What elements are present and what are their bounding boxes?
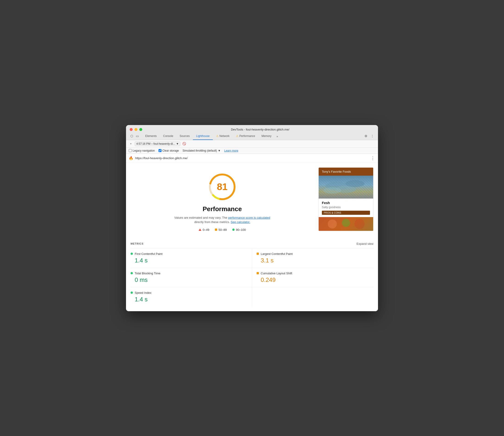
lcp-value: 3.1 s: [257, 257, 373, 264]
tab-overflow[interactable]: »: [275, 134, 280, 140]
url-menu-icon[interactable]: ⋮: [371, 156, 375, 161]
metric-si: Speed Index 1.4 s: [131, 287, 252, 307]
devtools-window: DevTools - foul-heavenly-direction.glitc…: [126, 125, 378, 311]
throttle-arrow: ▼: [218, 149, 221, 152]
tbt-value: 0 ms: [131, 276, 247, 283]
titlebar-top: DevTools - foul-heavenly-direction.glitc…: [130, 128, 374, 131]
legend-50-89: 50–89: [215, 228, 227, 232]
legend-0-49: 0–49: [199, 228, 209, 232]
tab-performance[interactable]: ⚠ Performance: [233, 133, 258, 140]
tab-network[interactable]: ⚠ Network: [213, 133, 233, 140]
throttle-dropdown[interactable]: Simulated throttling (default) ▼: [183, 149, 221, 152]
metrics-header: METRICS Expand view: [131, 238, 373, 248]
metrics-title: METRICS: [131, 242, 144, 245]
legend-average-icon: [215, 228, 217, 231]
titlebar: DevTools - foul-heavenly-direction.glitc…: [126, 125, 378, 140]
cls-label: Cumulative Layout Shift: [261, 272, 292, 275]
device-icon[interactable]: ▭: [135, 134, 139, 138]
score-circle: 81: [207, 172, 237, 202]
score-description: Values are estimated and may vary. The p…: [174, 216, 270, 224]
calculator-link[interactable]: See calculator.: [231, 220, 250, 224]
more-options-icon[interactable]: ⋮: [370, 134, 374, 138]
reload-icon[interactable]: 🚫: [182, 142, 186, 146]
cls-indicator: [257, 272, 259, 274]
preview-header: Tony's Favorite Foods: [319, 168, 373, 176]
window-title: DevTools - foul-heavenly-direction.glitc…: [146, 128, 374, 131]
score-legend: 0–49 50–89 90–100: [199, 228, 246, 232]
metrics-grid: First Contentful Paint 1.4 s Largest Con…: [131, 248, 373, 307]
preview-body: Fesh Salty goodness PROS & CONS: [319, 199, 373, 217]
add-button[interactable]: +: [129, 142, 133, 146]
devtools-icon-group: ⬡ ▭: [130, 134, 139, 140]
tab-elements[interactable]: Elements: [142, 133, 160, 140]
preview-card: Tony's Favorite Foods Fesh Salty goodnes…: [318, 167, 373, 231]
lighthouse-icon: 🔥: [129, 156, 133, 160]
svg-point-5: [323, 187, 341, 193]
left-panel: 81 Performance Values are estimated and …: [131, 167, 314, 234]
fcp-value: 1.4 s: [131, 257, 247, 264]
preview-food-subtitle: Salty goodness: [322, 206, 370, 209]
options-row: Legacy navigation Clear storage Simulate…: [126, 148, 378, 154]
metric-tbt-label-row: Total Blocking Time: [131, 272, 247, 275]
clear-storage-option[interactable]: Clear storage: [158, 149, 179, 152]
tab-console[interactable]: Console: [160, 133, 176, 140]
fish-svg: [319, 176, 373, 199]
fcp-indicator: [131, 253, 133, 255]
performance-warning-icon: ⚠: [236, 134, 238, 138]
legend-pass-icon: [232, 228, 235, 231]
si-value: 1.4 s: [131, 296, 247, 303]
preview-food-title: Fesh: [322, 201, 370, 205]
metric-fcp-label-row: First Contentful Paint: [131, 252, 247, 255]
pros-cons-button[interactable]: PROS & CONS: [322, 211, 370, 215]
traffic-lights: [130, 128, 142, 131]
si-indicator: [131, 291, 133, 294]
legacy-nav-checkbox[interactable]: [129, 149, 132, 152]
metric-cls-label-row: Cumulative Layout Shift: [257, 272, 373, 275]
network-warning-icon: ⚠: [216, 134, 219, 138]
cls-value: 0.249: [257, 276, 373, 283]
metric-si-label-row: Speed Index: [131, 291, 247, 294]
learn-more-link[interactable]: Learn more: [224, 149, 238, 152]
tab-sources[interactable]: Sources: [176, 133, 193, 140]
toolbar: + 4:57:16 PM – foul-heavenly-di... ▼ 🚫: [126, 140, 378, 148]
main-content: 81 Performance Values are estimated and …: [126, 163, 378, 238]
tab-memory[interactable]: Memory: [258, 133, 275, 140]
pointer-icon[interactable]: ⬡: [130, 134, 134, 138]
dropdown-arrow: ▼: [176, 142, 179, 145]
settings-icon[interactable]: ⚙: [364, 134, 368, 138]
tbt-label: Total Blocking Time: [135, 272, 160, 275]
time-value: 4:57:16 PM – foul-heavenly-di...: [136, 142, 175, 145]
expand-view-button[interactable]: Expand view: [357, 242, 373, 245]
metric-fcp: First Contentful Paint 1.4 s: [131, 248, 252, 268]
score-number: 81: [217, 181, 228, 192]
clear-storage-checkbox[interactable]: [158, 149, 162, 152]
tab-lighthouse[interactable]: Lighthouse: [193, 133, 213, 140]
lcp-label: Largest Contentful Paint: [261, 252, 293, 255]
metric-lcp: Largest Contentful Paint 3.1 s: [252, 248, 373, 268]
right-panel: Tony's Favorite Foods Fesh Salty goodnes…: [318, 167, 373, 234]
metric-cls: Cumulative Layout Shift 0.249: [252, 268, 373, 287]
tab-right-icons: ⚙ ⋮: [364, 134, 374, 140]
minimize-button[interactable]: [135, 128, 137, 131]
time-select[interactable]: 4:57:16 PM – foul-heavenly-di... ▼: [135, 142, 180, 146]
si-label: Speed Index: [135, 291, 151, 294]
svg-point-8: [328, 219, 337, 228]
legacy-nav-option[interactable]: Legacy navigation: [129, 149, 155, 152]
url-text: https://foul-heavenly-direction.glitch.m…: [135, 156, 369, 160]
metric-lcp-label-row: Largest Contentful Paint: [257, 252, 373, 255]
svg-point-6: [346, 180, 365, 187]
metric-tbt: Total Blocking Time 0 ms: [131, 268, 252, 287]
close-button[interactable]: [130, 128, 133, 131]
score-section: 81 Performance Values are estimated and …: [131, 167, 314, 234]
maximize-button[interactable]: [139, 128, 142, 131]
fcp-label: First Contentful Paint: [135, 252, 162, 255]
score-title: Performance: [202, 205, 242, 213]
legend-90-100: 90–100: [232, 228, 246, 232]
tbt-indicator: [131, 272, 133, 274]
url-bar: 🔥 https://foul-heavenly-direction.glitch…: [126, 154, 378, 163]
metrics-section: METRICS Expand view First Contentful Pai…: [126, 238, 378, 311]
svg-point-10: [355, 219, 365, 229]
perf-score-link[interactable]: performance score is calculated: [228, 216, 270, 219]
preview-fish-image: [319, 176, 373, 199]
preview-second-image: [319, 217, 373, 231]
